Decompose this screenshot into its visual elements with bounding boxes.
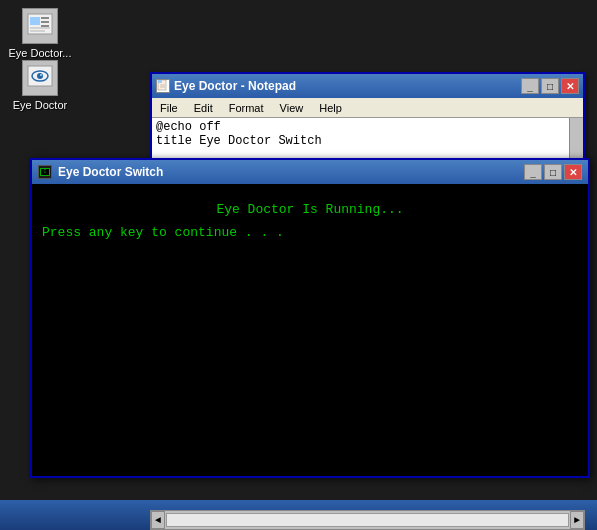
cmd-minimize-button[interactable]: _ xyxy=(524,164,542,180)
svg-rect-2 xyxy=(41,17,49,19)
notepad-icon xyxy=(156,79,170,93)
svg-rect-6 xyxy=(30,30,45,32)
notepad-menubar: File Edit Format View Help xyxy=(152,98,583,118)
desktop: Eye Doctor... Eye Doctor Eye xyxy=(0,0,597,530)
notepad-minimize-button[interactable]: _ xyxy=(521,78,539,94)
notepad-title: Eye Doctor - Notepad xyxy=(174,79,517,93)
notepad-window: Eye Doctor - Notepad _ □ ✕ File Edit For… xyxy=(150,72,585,172)
cmd-title: Eye Doctor Switch xyxy=(58,165,518,179)
notepad-maximize-button[interactable]: □ xyxy=(541,78,559,94)
cmd-icon-inner: C xyxy=(40,168,50,176)
notepad-close-button[interactable]: ✕ xyxy=(561,78,579,94)
cmd-content[interactable]: Eye Doctor Is Running... Press any key t… xyxy=(32,184,588,476)
menu-format[interactable]: Format xyxy=(225,100,268,116)
cmd-continue-text: Press any key to continue . . . xyxy=(42,225,578,240)
notepad-line1: @echo off xyxy=(156,120,579,134)
cmd-window: C Eye Doctor Switch _ □ ✕ Eye Doctor Is … xyxy=(30,158,590,478)
svg-rect-1 xyxy=(30,17,40,25)
cmd-icon: C xyxy=(38,165,52,179)
cmd-close-button[interactable]: ✕ xyxy=(564,164,582,180)
menu-help[interactable]: Help xyxy=(315,100,346,116)
scroll-track xyxy=(166,513,569,527)
menu-view[interactable]: View xyxy=(276,100,308,116)
svg-rect-12 xyxy=(158,80,162,83)
desktop-icon-label: Eye Doctor... xyxy=(9,47,72,59)
desktop-icon-image2 xyxy=(22,60,58,96)
svg-point-10 xyxy=(40,74,42,76)
cmd-window-controls: _ □ ✕ xyxy=(524,164,582,180)
notepad-window-controls: _ □ ✕ xyxy=(521,78,579,94)
desktop-icon-label2: Eye Doctor xyxy=(13,99,67,111)
desktop-icon-eye-doctor[interactable]: Eye Doctor... xyxy=(5,8,75,59)
cmd-running-text: Eye Doctor Is Running... xyxy=(42,202,578,217)
taskbar: ◄ ► xyxy=(0,500,597,530)
scroll-right-button[interactable]: ► xyxy=(570,511,584,529)
svg-rect-3 xyxy=(41,21,49,23)
desktop-icon-eye-doctor2[interactable]: Eye Doctor xyxy=(5,60,75,111)
notepad-titlebar: Eye Doctor - Notepad _ □ ✕ xyxy=(152,74,583,98)
svg-rect-5 xyxy=(30,27,50,29)
desktop-icon-image xyxy=(22,8,58,44)
cmd-maximize-button[interactable]: □ xyxy=(544,164,562,180)
cmd-titlebar: C Eye Doctor Switch _ □ ✕ xyxy=(32,160,588,184)
notepad-bottom-scrollbar: ◄ ► xyxy=(150,510,585,530)
notepad-line2: title Eye Doctor Switch xyxy=(156,134,579,148)
svg-rect-4 xyxy=(41,25,49,27)
menu-file[interactable]: File xyxy=(156,100,182,116)
svg-point-9 xyxy=(37,73,43,79)
scroll-left-button[interactable]: ◄ xyxy=(151,511,165,529)
menu-edit[interactable]: Edit xyxy=(190,100,217,116)
